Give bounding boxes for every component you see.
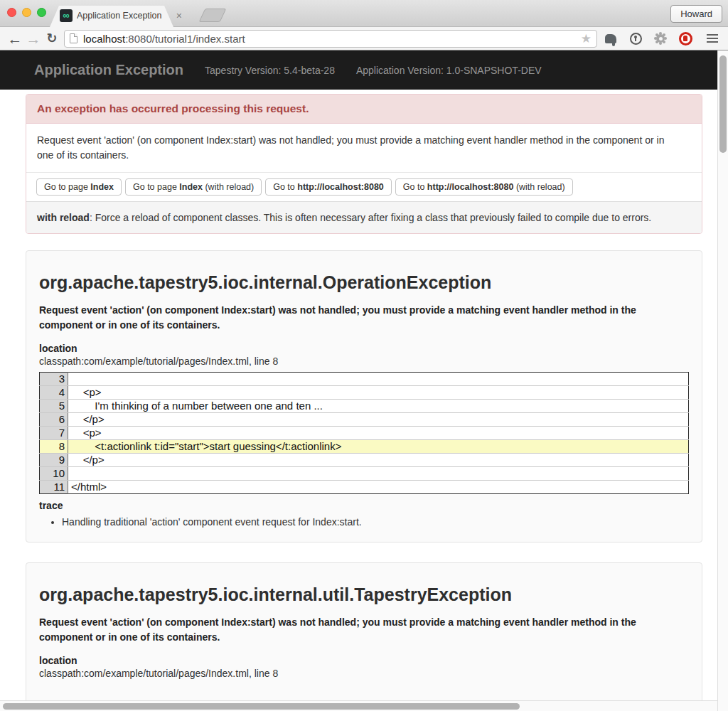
recovery-buttons-row: Go to page IndexGo to page Index (with r… [26,172,702,201]
source-line: 11</html> [40,481,689,494]
app-title: Application Exception [34,62,183,78]
new-tab-button[interactable] [199,9,227,22]
goto-button[interactable]: Go to http://localhost:8080 [265,178,392,196]
horizontal-scrollbar-thumb[interactable] [3,703,520,710]
alert-heading: An exception has occurred processing thi… [26,95,702,124]
line-code: <p> [68,386,689,400]
line-number: 9 [40,454,68,467]
vertical-scrollbar-thumb[interactable] [719,55,727,153]
source-line: 5 I'm thinking of a number between one a… [40,400,689,413]
line-number: 3 [40,373,68,386]
trace-list: Handling traditional 'action' component … [62,515,689,529]
horizontal-scrollbar[interactable] [0,700,717,711]
browser-toolbar: ← → ↻ localhost:8080/tutorial1/index.sta… [0,27,728,50]
exception-panel-operation: org.apache.tapestry5.ioc.internal.Operat… [26,250,702,542]
line-number: 7 [40,427,68,440]
page-viewport: An exception has occurred processing thi… [0,90,717,711]
exception-message: Request event 'action' (on component Ind… [39,615,651,645]
goto-button[interactable]: Go to page Index (with reload) [125,178,262,196]
goto-button[interactable]: Go to page Index [36,178,122,196]
active-tab-content[interactable]: ∞ Application Exception × [60,9,182,22]
password-extension-icon[interactable] [628,31,643,46]
forward-icon: → [24,31,43,46]
app-header: Application Exception Tapestry Version: … [0,50,728,90]
source-line: 3 [40,373,689,386]
exception-message: Request event 'action' (on component Ind… [39,303,651,333]
minimize-window-button[interactable] [22,8,31,17]
location-path: classpath:com/example/tutorial/pages/Ind… [39,668,689,679]
with-reload-explanation: : Force a reload of component classes. T… [90,212,651,223]
line-number: 8 [40,440,68,454]
location-label: location [39,655,689,666]
browser-window: ∞ Application Exception × Howard ← → ↻ l… [0,0,728,711]
goto-button[interactable]: Go to http://localhost:8080 (with reload… [395,178,573,196]
chrome-menu-icon[interactable] [707,34,718,36]
exception-alert-panel: An exception has occurred processing thi… [26,94,702,234]
source-line: 7 <p> [40,427,689,440]
tapestry-favicon-icon: ∞ [60,9,73,22]
gear-extension-icon[interactable] [653,31,668,46]
bookmark-star-icon[interactable]: ★ [581,31,592,46]
address-bar[interactable]: localhost:8080/tutorial1/index.start ★ [64,30,597,48]
line-code: </p> [68,454,689,467]
close-window-button[interactable] [7,8,16,17]
source-line: 8 <t:actionlink t:id="start">start guess… [40,440,689,454]
url-host: localhost [83,33,125,45]
page-icon[interactable] [70,33,77,43]
alert-footer: with reload: Force a reload of component… [26,201,702,233]
url-path: :8080/tutorial1/index.start [125,33,245,45]
exception-class-name: org.apache.tapestry5.ioc.internal.Operat… [39,272,689,293]
url-text[interactable]: localhost:8080/tutorial1/index.start [83,33,581,45]
location-path: classpath:com/example/tutorial/pages/Ind… [39,356,689,367]
stop-hand-extension-icon[interactable] [678,31,693,46]
profile-button[interactable]: Howard [670,5,722,23]
tapestry-version: Tapestry Version: 5.4-beta-28 [205,65,335,76]
vertical-scrollbar[interactable] [717,50,728,711]
line-number: 4 [40,386,68,400]
line-code: I'm thinking of a number between one and… [68,400,689,413]
evernote-extension-icon[interactable] [603,31,619,46]
extension-icons [603,31,722,46]
window-controls [7,8,46,17]
source-line: 4 <p> [40,386,689,400]
line-code [68,373,689,386]
trace-item: Handling traditional 'action' component … [62,515,689,529]
alert-message: Request event 'action' (on component Ind… [37,133,680,163]
reload-icon[interactable]: ↻ [43,31,61,46]
source-line: 6 </p> [40,413,689,427]
tab-close-icon[interactable]: × [176,11,182,21]
trace-label: trace [39,500,689,511]
source-line: 9 </p> [40,454,689,467]
line-number: 10 [40,467,68,481]
tab-strip: ∞ Application Exception × Howard [0,0,728,27]
tab-title: Application Exception [77,11,172,21]
line-number: 6 [40,413,68,427]
exception-panel-tapestry: org.apache.tapestry5.ioc.internal.util.T… [26,562,702,711]
alert-body: Request event 'action' (on component Ind… [26,124,702,172]
source-line: 10 [40,467,689,481]
source-code-table: 34 <p>5 I'm thinking of a number between… [39,372,689,494]
line-code [68,467,689,481]
line-code: <p> [68,427,689,440]
location-label: location [39,343,689,354]
line-code: </html> [68,481,689,494]
line-code: </p> [68,413,689,427]
exception-class-name: org.apache.tapestry5.ioc.internal.util.T… [39,584,689,605]
application-version: Application Version: 1.0-SNAPSHOT-DEV [356,65,542,76]
with-reload-term: with reload [37,212,90,223]
zoom-window-button[interactable] [37,8,46,17]
line-code: <t:actionlink t:id="start">start guessin… [68,440,689,454]
line-number: 5 [40,400,68,413]
line-number: 11 [40,481,68,494]
back-icon[interactable]: ← [6,31,24,46]
